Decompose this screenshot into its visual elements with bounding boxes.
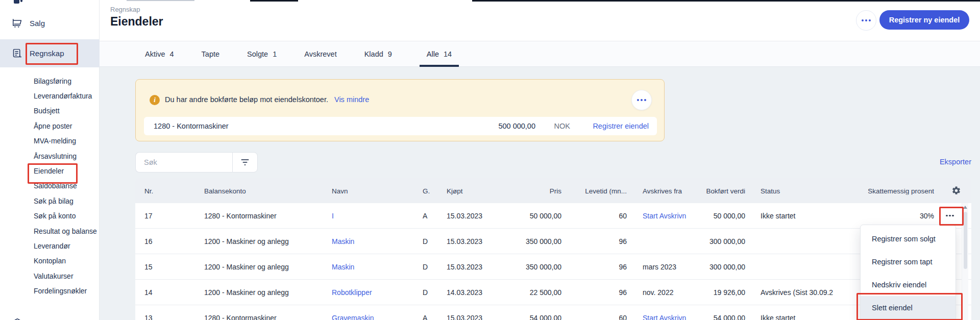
- cell-levetid: 60: [566, 314, 627, 320]
- cell-g: D: [423, 237, 440, 245]
- cell-skattemessig-prosent: 30%: [842, 212, 934, 220]
- ellipsis-icon: [637, 99, 639, 101]
- column-header-navn[interactable]: Navn: [332, 187, 416, 194]
- sidebar-subitem[interactable]: Leverandørfaktura: [0, 88, 100, 103]
- sidebar-subitem[interactable]: Leverandør: [0, 238, 100, 253]
- cell-levetid: 60: [566, 212, 627, 220]
- tab-label: Tapte: [202, 50, 219, 58]
- tab-count: 14: [444, 50, 452, 58]
- sidebar-subitem[interactable]: Budsjett: [0, 104, 100, 118]
- register-new-asset-button[interactable]: Registrer ny eiendel: [879, 10, 969, 30]
- cell-balansekonto: 1200 - Maskiner og anlegg: [204, 263, 322, 271]
- cell-levetid: 96: [566, 288, 627, 297]
- cell-balansekonto: 1200 - Maskiner og anlegg: [204, 288, 322, 297]
- context-menu-item[interactable]: Slett eiendel: [861, 296, 955, 319]
- cell-bokfort-verdi: 50 000,00: [679, 212, 745, 220]
- sidebar-subitem[interactable]: Saldobalanse: [0, 179, 100, 193]
- column-header-kjopt[interactable]: Kjøpt: [447, 187, 500, 194]
- tab[interactable]: Kladd 9: [364, 41, 392, 66]
- show-less-link[interactable]: Vis mindre: [334, 95, 369, 104]
- row-actions-button[interactable]: [941, 210, 959, 222]
- register-asset-link[interactable]: Registrer eiendel: [593, 122, 649, 130]
- column-header-skattemessig-prosent[interactable]: Skattemessig prosent: [842, 187, 934, 194]
- account-label: 1280 - Kontormaskiner: [154, 122, 229, 130]
- asset-name-link[interactable]: I: [332, 212, 416, 220]
- column-header-balansekonto[interactable]: Balansekonto: [204, 187, 322, 194]
- cell-pris: 54 000,00: [495, 314, 561, 320]
- tab[interactable]: Tapte: [202, 41, 219, 66]
- breadcrumb[interactable]: Regnskap: [110, 6, 140, 13]
- sidebar-subitem[interactable]: Bilagsføring: [0, 73, 100, 88]
- table-row: 15 1200 - Maskiner og anlegg Maskin D 15…: [135, 254, 971, 280]
- page-title: Eiendeler: [110, 15, 163, 29]
- header-more-button[interactable]: [856, 10, 876, 31]
- context-menu-item[interactable]: Registrer som tapt: [861, 250, 955, 273]
- ellipsis-icon: [862, 19, 864, 21]
- search-input[interactable]: [135, 152, 232, 173]
- account-currency: NOK: [554, 122, 570, 130]
- tab[interactable]: Aktive 4: [145, 41, 174, 66]
- sidebar-item-regnskap[interactable]: Regnskap: [0, 39, 100, 67]
- table-header-row: Nr. Balansekonto Navn G. Kjøpt Pris Leve…: [135, 178, 971, 203]
- column-header-g[interactable]: G.: [423, 187, 440, 194]
- column-settings-button[interactable]: [950, 185, 962, 197]
- column-header-levetid[interactable]: Levetid (mn...: [566, 187, 627, 194]
- tab-count: 4: [170, 50, 174, 58]
- cell-bokfort-verdi: 300 000,00: [679, 263, 745, 271]
- sidebar-subitem[interactable]: Valutakurser: [0, 268, 100, 283]
- cell-nr: 13: [144, 314, 185, 320]
- column-header-bokfort-verdi[interactable]: Bokført verdi: [679, 187, 745, 194]
- asset-name-link[interactable]: Gravemaskin: [332, 314, 416, 320]
- cell-balansekonto: 1280 - Kontormaskiner: [204, 314, 322, 320]
- filter-button[interactable]: [232, 152, 258, 173]
- tab-count: 1: [273, 50, 277, 58]
- asset-name-link[interactable]: Robotklipper: [332, 288, 416, 297]
- filter-icon: [241, 159, 249, 166]
- context-menu-item[interactable]: Registrer som solgt: [861, 227, 955, 250]
- tab-label: Solgte: [247, 50, 268, 58]
- export-link[interactable]: Eksporter: [940, 158, 971, 166]
- sidebar-item-salg[interactable]: Salg: [0, 12, 100, 34]
- sidebar-subitem[interactable]: Kontoplan: [0, 254, 100, 268]
- sidebar-subitem[interactable]: MVA-melding: [0, 134, 100, 149]
- scrollbar-thumb[interactable]: [964, 212, 967, 269]
- scroll-up-arrow-icon[interactable]: [963, 206, 967, 209]
- sidebar-item-label: Salg: [30, 19, 45, 28]
- browser-strip-right: [472, 0, 980, 2]
- ellipsis-icon: [946, 215, 948, 217]
- cell-bokfort-verdi: 300 000,00: [679, 237, 745, 245]
- column-header-nr[interactable]: Nr.: [144, 187, 185, 194]
- tab[interactable]: Alle 14: [420, 41, 459, 66]
- banner-more-button[interactable]: [631, 90, 652, 110]
- column-header-pris[interactable]: Pris: [495, 187, 561, 194]
- sidebar-subitem[interactable]: Søk på konto: [0, 209, 100, 224]
- asset-name-link[interactable]: Maskin: [332, 263, 416, 271]
- tab[interactable]: Solgte 1: [247, 41, 277, 66]
- sidebar-subitem[interactable]: Søk på bilag: [0, 193, 100, 208]
- sidebar: Salg Regnskap Bilagsføring Leverandørfak…: [0, 0, 100, 320]
- sidebar-subitem[interactable]: Årsavslutning: [0, 149, 100, 163]
- banner-message: Du har andre bokførte beløp mot eiendels…: [165, 95, 369, 104]
- tab[interactable]: Avskrevet: [304, 41, 336, 66]
- browser-strip-left: [250, 0, 298, 2]
- vertical-scrollbar[interactable]: [962, 203, 968, 320]
- sidebar-subitem[interactable]: Resultat og balanse: [0, 224, 100, 238]
- sidebar-subitem[interactable]: Fordelingsnøkler: [0, 283, 100, 298]
- cell-status: Avskrives (Sist 30.09.2: [761, 288, 875, 297]
- tab-bar: Aktive 4 Tapte Solgte 1 Avskrevet Kladd …: [100, 41, 980, 67]
- cell-pris: 350 000,00: [495, 237, 561, 245]
- cell-nr: 14: [144, 288, 185, 297]
- sidebar-item-bank[interactable]: Bank: [0, 311, 100, 320]
- banner-text: Du har andre bokførte beløp mot eiendels…: [165, 95, 328, 104]
- sidebar-subitem[interactable]: Eiendeler: [0, 163, 100, 178]
- row-context-menu: Registrer som solgt Registrer som tapt N…: [860, 225, 956, 320]
- assets-table: Nr. Balansekonto Navn G. Kjøpt Pris Leve…: [135, 178, 971, 320]
- sidebar-subitem[interactable]: Åpne poster: [0, 118, 100, 133]
- account-amount: 500 000,00: [498, 122, 535, 130]
- asset-name-link[interactable]: Maskin: [332, 237, 416, 245]
- ledger-icon: [11, 47, 23, 59]
- cell-g: D: [423, 288, 440, 297]
- cell-bokfort-verdi: 54 000,00: [679, 314, 745, 320]
- tab-label: Alle: [427, 50, 439, 58]
- context-menu-item[interactable]: Nedskriv eiendel: [861, 273, 955, 296]
